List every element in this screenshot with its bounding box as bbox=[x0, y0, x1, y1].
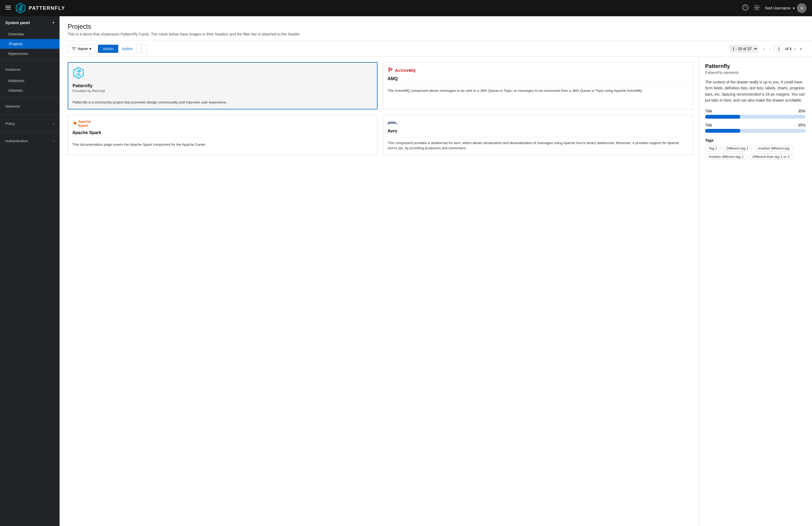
progress-item-2: Title 35% bbox=[705, 123, 806, 133]
sidebar-item-overview[interactable]: Overview bbox=[0, 29, 60, 39]
content-area: Projects This is a demo that showcases P… bbox=[60, 16, 812, 526]
sidebar-item-hypervisors[interactable]: Hypervisors bbox=[0, 49, 60, 58]
last-page-button[interactable]: » bbox=[798, 45, 804, 52]
card-avro[interactable]: AVRO Avro This component provides a data… bbox=[383, 115, 693, 155]
tag-1: Tag 1 bbox=[705, 145, 721, 152]
sidebar-networks-label: Networks bbox=[5, 104, 20, 108]
card-apache-spark-title: Apache Spark bbox=[72, 130, 373, 135]
pagination-range: 1 - 10 of 37 bbox=[729, 45, 758, 52]
kebab-menu-button[interactable]: ⋮ bbox=[136, 44, 147, 53]
first-page-button[interactable]: « bbox=[761, 45, 767, 52]
pagination: 1 - 10 of 37 « ‹ of 4 › » bbox=[729, 45, 804, 52]
page-title: Projects bbox=[68, 23, 804, 30]
filter-button[interactable]: Name ▾ bbox=[68, 45, 95, 53]
card-apache-spark[interactable]: ✦ ApacheSpark Apache Spark This document… bbox=[68, 115, 378, 155]
svg-rect-0 bbox=[5, 6, 11, 6]
tags-list: Tag 1 Different tag 1 Another different … bbox=[705, 145, 806, 160]
filter-label: Name bbox=[78, 46, 88, 51]
tags-section: Tags Tag 1 Different tag 1 Another diffe… bbox=[705, 138, 806, 160]
sidebar-system-panel[interactable]: System panel ▾ bbox=[0, 16, 60, 29]
nav-right-area: ? Ned Username ▾ N bbox=[742, 3, 807, 13]
prev-page-button[interactable]: ‹ bbox=[768, 45, 773, 52]
card-patternfly-header: Patternfly Provided by Red Hat bbox=[68, 62, 377, 96]
next-page-button[interactable]: › bbox=[792, 45, 797, 52]
card-apache-spark-header: ✦ ApacheSpark Apache Spark bbox=[68, 115, 377, 138]
spark-logo-icon: ✦ bbox=[72, 120, 77, 127]
username: Ned Username bbox=[765, 6, 791, 10]
sidebar-item-instances[interactable]: Instances bbox=[0, 76, 60, 86]
sidebar-section-label: System panel bbox=[5, 20, 30, 25]
filter-icon bbox=[72, 46, 76, 51]
card-avro-body: This component provides a dataformat for… bbox=[383, 137, 693, 155]
help-icon[interactable]: ? bbox=[742, 4, 749, 12]
card-amq-title: AMQ bbox=[388, 76, 688, 81]
avro-logo-svg: AVRO bbox=[388, 119, 398, 126]
settings-icon[interactable] bbox=[754, 4, 760, 12]
page-description: This is a demo that showcases PatternFly… bbox=[68, 32, 804, 36]
card-avro-header: AVRO Avro bbox=[383, 115, 693, 137]
sidebar-networks-section[interactable]: Networks bbox=[0, 100, 60, 113]
card-amq[interactable]: 🏳 ActiveMQ AMQ The ActiveMQ component al… bbox=[383, 62, 693, 110]
sidebar-instances-section[interactable]: Instances bbox=[0, 63, 60, 76]
user-chevron: ▾ bbox=[793, 6, 795, 10]
page-navigation: « ‹ of 4 › » bbox=[761, 45, 804, 52]
action-primary-button[interactable]: Action bbox=[98, 45, 118, 53]
card-apache-spark-logo: ✦ ApacheSpark bbox=[72, 119, 373, 128]
sidebar-policy-section[interactable]: Policy › bbox=[0, 117, 60, 130]
drawer-description: The content of the drawer really is up t… bbox=[705, 79, 806, 103]
progress-bar-bg-1 bbox=[705, 115, 806, 119]
sidebar-authentication-arrow: › bbox=[53, 139, 54, 143]
card-patternfly-title: Patternfly bbox=[73, 83, 373, 88]
progress-title-2: Title bbox=[705, 123, 712, 127]
svg-text:?: ? bbox=[744, 6, 746, 10]
sidebar-chevron: ▾ bbox=[53, 21, 54, 25]
card-apache-spark-body: This documentation page covers the Apach… bbox=[68, 138, 377, 151]
svg-marker-11 bbox=[78, 69, 82, 73]
sidebar-authentication-section[interactable]: Authentication › bbox=[0, 134, 60, 147]
card-amq-body: The ActiveMQ component allows messages t… bbox=[383, 84, 693, 97]
card-avro-logo: AVRO bbox=[388, 119, 688, 126]
progress-bar-fill-1 bbox=[705, 115, 740, 119]
card-amq-header: 🏳 ActiveMQ AMQ bbox=[383, 62, 693, 84]
progress-value-2: 35% bbox=[798, 123, 806, 127]
drawer-subtitle: PatternFly elements bbox=[705, 70, 806, 75]
card-avro-desc: This component provides a dataformat for… bbox=[388, 140, 688, 151]
avatar: N bbox=[797, 3, 807, 13]
svg-rect-2 bbox=[5, 9, 11, 10]
app-logo: PATTERNFLY bbox=[15, 3, 65, 14]
svg-point-9 bbox=[756, 6, 758, 9]
progress-item-1: Title 35% bbox=[705, 109, 806, 119]
drawer-title: Patternfly bbox=[705, 63, 806, 69]
sidebar-item-volumes[interactable]: Volumes bbox=[0, 86, 60, 95]
page-number-input[interactable] bbox=[773, 45, 784, 52]
tag-3: Another different tag bbox=[754, 145, 793, 152]
svg-marker-13 bbox=[75, 69, 78, 73]
sidebar-item-projects[interactable]: Projects bbox=[0, 39, 60, 49]
action-link-button[interactable]: Action bbox=[121, 45, 134, 53]
amq-logo-wings: 🏳 bbox=[388, 67, 394, 74]
progress-label-2: Title 35% bbox=[705, 123, 806, 127]
card-avro-title: Avro bbox=[388, 129, 688, 133]
card-patternfly-logo bbox=[73, 67, 373, 81]
progress-bar-bg-2 bbox=[705, 129, 806, 133]
progress-bar-fill-2 bbox=[705, 129, 740, 133]
toolbar: Name ▾ Action Action ⋮ 1 - 10 of 37 « ‹ … bbox=[60, 41, 812, 57]
per-page-select[interactable]: 1 - 10 of 37 bbox=[729, 45, 758, 52]
cards-drawer-area: Patternfly Provided by Red Hat Patternfl… bbox=[60, 57, 812, 526]
spark-logo-text: ApacheSpark bbox=[78, 119, 91, 128]
hamburger-menu[interactable] bbox=[5, 6, 11, 11]
top-navigation: PATTERNFLY ? Ned Username ▾ N bbox=[0, 0, 812, 16]
card-amq-logo: 🏳 ActiveMQ bbox=[388, 67, 688, 74]
svg-rect-1 bbox=[5, 7, 11, 8]
card-patternfly[interactable]: Patternfly Provided by Red Hat Patternfl… bbox=[68, 62, 378, 110]
page-of-label: of 4 bbox=[785, 46, 792, 51]
progress-label-1: Title 35% bbox=[705, 109, 806, 113]
card-amq-desc: The ActiveMQ component allows messages t… bbox=[388, 88, 688, 94]
progress-title-1: Title bbox=[705, 109, 712, 113]
svg-marker-12 bbox=[75, 73, 82, 76]
user-menu[interactable]: Ned Username ▾ N bbox=[765, 3, 807, 13]
sidebar: System panel ▾ Overview Projects Hypervi… bbox=[0, 16, 60, 526]
tag-2: Different tag 1 bbox=[723, 145, 752, 152]
filter-chevron: ▾ bbox=[89, 46, 91, 51]
page-input-area: of 4 bbox=[773, 45, 792, 52]
